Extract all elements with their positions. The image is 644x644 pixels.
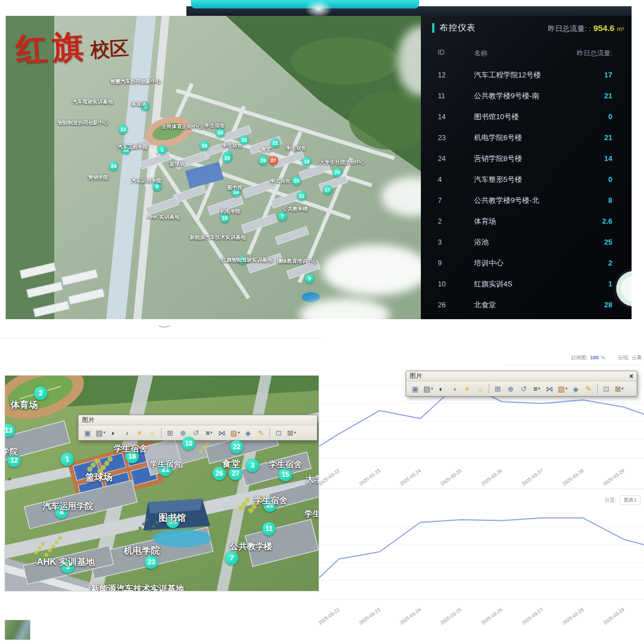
map-marker-10[interactable]: 10 bbox=[216, 128, 225, 137]
table-row[interactable]: 10红旗实训4S1 bbox=[421, 273, 632, 294]
map-marker-23[interactable]: 23 bbox=[145, 555, 158, 569]
map-label: 智慧汽车协同创新中心 bbox=[110, 78, 161, 85]
table-row[interactable]: 14图书馆10号楼0 bbox=[421, 106, 632, 127]
map-label: 学院 bbox=[5, 447, 18, 457]
map-marker-18[interactable]: 18 bbox=[302, 157, 311, 166]
line-style-button[interactable]: ≡▾ bbox=[203, 427, 215, 438]
transparent-color-button[interactable]: ⊡ bbox=[272, 427, 285, 438]
crop-button[interactable]: ⊞ bbox=[164, 427, 176, 438]
map-label: 汽车运用学院 bbox=[131, 177, 162, 185]
reset-picture-button[interactable]: ⊠▾ bbox=[285, 427, 298, 438]
map-marker-20[interactable]: 20 bbox=[292, 176, 301, 185]
map-marker-13[interactable]: 13 bbox=[119, 125, 128, 134]
insert-picture-button[interactable]: ▣ bbox=[409, 383, 421, 394]
rotate-left-button[interactable]: ↺ bbox=[190, 427, 202, 438]
more-contrast-button[interactable]: ◐ bbox=[435, 383, 447, 394]
page-chip[interactable]: 图表1 bbox=[620, 495, 641, 505]
picture-toolbar[interactable]: 图片 ▣▤▾◐◑☀☼⊞⊕↺≡▾⋈▨▾◈✎⊡⊠▾ bbox=[78, 415, 317, 441]
map-marker-10[interactable]: 10 bbox=[182, 437, 195, 450]
table-row[interactable]: 7公共教学楼9号楼-北8 bbox=[421, 190, 632, 211]
cloud-value[interactable]: 云暴 bbox=[632, 354, 642, 362]
map-marker-9[interactable]: 9 bbox=[305, 274, 314, 283]
compress-pictures-button[interactable]: ⋈ bbox=[216, 427, 228, 438]
col-id: ID bbox=[438, 49, 474, 58]
map-marker-27[interactable]: 27 bbox=[269, 156, 278, 165]
table-row[interactable]: 11公共教学楼9号楼-南21 bbox=[421, 85, 632, 106]
table-row[interactable]: 12汽车工程学院12号楼17 bbox=[421, 64, 632, 85]
table-row[interactable]: 3浴池25 bbox=[421, 232, 632, 253]
recolor-picture-button[interactable]: ▨▾ bbox=[229, 427, 241, 438]
page-label: 分页: bbox=[604, 497, 616, 504]
map-marker-23[interactable]: 23 bbox=[223, 154, 232, 163]
row-name: 体育场 bbox=[474, 216, 560, 227]
map-label: 汽车驾驶实训基地 bbox=[72, 98, 113, 106]
draw-pen-icon: ✎ bbox=[586, 385, 592, 393]
table-row[interactable]: 23机电学院6号楼21 bbox=[421, 127, 632, 148]
total-flow-unit: m³ bbox=[617, 26, 624, 32]
map-label: 智能制造协同创新中心 bbox=[58, 119, 108, 127]
row-name: 北食堂 bbox=[474, 300, 560, 310]
map-label: 篮球场 bbox=[85, 472, 112, 484]
dropdown-arrow-icon: ▾ bbox=[103, 430, 106, 435]
map-marker-22[interactable]: 22 bbox=[230, 440, 243, 454]
more-brightness-button[interactable]: ☀ bbox=[133, 427, 146, 438]
map-label: 学生宿舍 bbox=[204, 122, 225, 129]
map-marker-11[interactable]: 11 bbox=[297, 192, 306, 201]
table-row[interactable]: 4汽车整形5号楼0 bbox=[421, 169, 632, 190]
map-marker-25[interactable]: 25 bbox=[333, 168, 342, 177]
table-row[interactable]: 9培训中心2 bbox=[421, 253, 632, 273]
close-icon[interactable]: × bbox=[629, 373, 633, 380]
more-brightness-button[interactable]: ☀ bbox=[461, 383, 473, 394]
map-marker-11[interactable]: 11 bbox=[262, 522, 276, 536]
map-thumbnail[interactable] bbox=[5, 620, 31, 640]
less-brightness-button[interactable]: ☼ bbox=[474, 383, 486, 394]
map-marker-16[interactable]: 16 bbox=[200, 141, 209, 150]
scale-value[interactable]: 100 bbox=[590, 355, 598, 360]
less-contrast-button[interactable]: ◑ bbox=[120, 427, 133, 438]
campus-overview-map[interactable]: 红旗校区 21312116101524821222326271825201711… bbox=[6, 16, 421, 319]
table-row[interactable]: 26北食堂28 bbox=[421, 294, 632, 315]
map-marker-7[interactable]: 7 bbox=[225, 551, 238, 565]
map-marker-1[interactable]: 1 bbox=[60, 452, 74, 466]
draw-pen-button[interactable]: ✎ bbox=[582, 383, 595, 394]
format-picture-button[interactable]: ◈ bbox=[242, 427, 254, 438]
compress-pictures-button[interactable]: ⋈ bbox=[543, 383, 556, 394]
crop-button[interactable]: ⊞ bbox=[491, 383, 504, 394]
map-marker-1[interactable]: 1 bbox=[158, 145, 167, 154]
picture-toolbar-floating[interactable]: 图片 × ▣▤▾◐◑☀☼⊞⊕↺≡▾⋈▨▾◈✎⊡⊠▾ bbox=[406, 371, 637, 397]
map-marker-7[interactable]: 7 bbox=[278, 212, 287, 221]
map-label: 新能源汽车技术实训基地 bbox=[91, 584, 184, 591]
map-marker-24[interactable]: 24 bbox=[109, 162, 118, 171]
more-contrast-button[interactable]: ◐ bbox=[107, 427, 120, 438]
toolbar-titlebar[interactable]: 图片 bbox=[79, 415, 317, 425]
table-row[interactable]: 2体育场2.6 bbox=[421, 211, 632, 232]
toolbar-titlebar[interactable]: 图片 × bbox=[406, 371, 637, 381]
zoom-button[interactable]: ⊕ bbox=[504, 383, 517, 394]
row-id: 12 bbox=[438, 71, 474, 79]
reset-picture-icon: ⊠ bbox=[615, 385, 621, 393]
transparent-color-icon: ⊡ bbox=[276, 429, 282, 437]
reset-picture-button[interactable]: ⊠▾ bbox=[613, 383, 625, 394]
color-menu-button[interactable]: ▤▾ bbox=[422, 383, 434, 394]
map-marker-3[interactable]: 3 bbox=[246, 459, 259, 472]
campus-detail-map[interactable]: 图片 ▣▤▾◐◑☀☼⊞⊕↺≡▾⋈▨▾◈✎⊡⊠▾ 2131211610223212… bbox=[5, 375, 319, 591]
line-style-button[interactable]: ≡▾ bbox=[530, 383, 543, 394]
map-marker-22[interactable]: 22 bbox=[271, 138, 280, 147]
format-picture-button[interactable]: ◈ bbox=[569, 383, 582, 394]
toolbar-icons: ▣▤▾◐◑☀☼⊞⊕↺≡▾⋈▨▾◈✎⊡⊠▾ bbox=[406, 381, 637, 396]
row-value: 17 bbox=[560, 71, 612, 79]
color-menu-button[interactable]: ▤▾ bbox=[94, 427, 107, 438]
rotate-left-button[interactable]: ↺ bbox=[517, 383, 530, 394]
row-value: 1 bbox=[560, 280, 612, 288]
less-contrast-button[interactable]: ◑ bbox=[448, 383, 460, 394]
map-marker-2[interactable]: 2 bbox=[34, 386, 47, 400]
draw-pen-button[interactable]: ✎ bbox=[255, 427, 267, 438]
less-brightness-button[interactable]: ☼ bbox=[146, 427, 159, 438]
recolor-picture-button[interactable]: ▨▾ bbox=[556, 383, 569, 394]
map-marker-17[interactable]: 17 bbox=[323, 185, 332, 194]
transparent-color-button[interactable]: ⊡ bbox=[600, 383, 612, 394]
map-marker-26[interactable]: 26 bbox=[259, 156, 268, 165]
less-contrast-icon: ◑ bbox=[124, 429, 129, 437]
insert-picture-button[interactable]: ▣ bbox=[81, 427, 94, 438]
table-row[interactable]: 24营销学院8号楼14 bbox=[421, 148, 632, 169]
